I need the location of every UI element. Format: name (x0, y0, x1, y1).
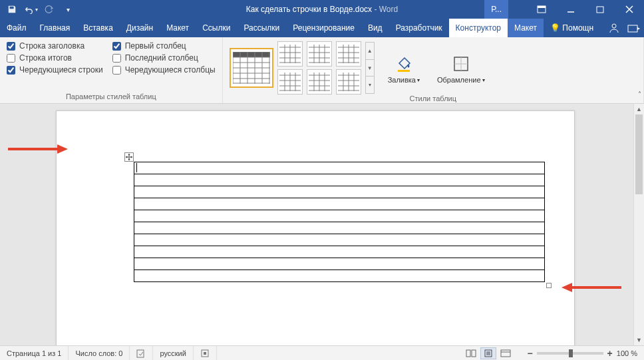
table-row[interactable] (134, 210, 545, 222)
tab-table-layout[interactable]: Макет (508, 19, 544, 37)
table-cell[interactable] (134, 258, 545, 270)
account-icon[interactable] (604, 19, 624, 37)
ribbon-display-options[interactable] (527, 0, 556, 19)
gallery-more-icon[interactable]: ▾ (366, 77, 374, 93)
redo-button[interactable] (41, 1, 57, 17)
table-style-1[interactable] (230, 48, 273, 88)
group-table-style-options: Строка заголовка Строка итогов Чередующи… (0, 37, 223, 103)
table-row[interactable] (134, 162, 545, 174)
table-row[interactable] (134, 222, 545, 234)
undo-button[interactable]: ▾ (23, 1, 39, 17)
tab-references[interactable]: Ссылки (196, 19, 237, 37)
table-resize-handle[interactable] (546, 283, 552, 288)
chk-first-col[interactable]: Первый столбец (112, 41, 216, 51)
table-cell[interactable] (134, 246, 545, 258)
group-styles-label: Стили таблиц (230, 94, 637, 104)
page[interactable] (56, 110, 575, 345)
shading-button[interactable]: Заливка▾ (384, 52, 424, 84)
table-row[interactable] (134, 258, 545, 270)
table-style-5[interactable] (277, 69, 303, 94)
table-row[interactable] (134, 246, 545, 258)
table-cell[interactable] (134, 174, 545, 186)
table-style-3[interactable] (307, 41, 332, 67)
table-row[interactable] (134, 198, 545, 210)
qat-customize[interactable]: ▾ (60, 1, 76, 17)
svg-rect-64 (398, 70, 410, 72)
tab-layout[interactable]: Макет (160, 19, 196, 37)
table-style-2[interactable] (277, 41, 303, 67)
view-print-layout[interactable] (480, 347, 496, 359)
tab-table-design[interactable]: Конструктор (449, 19, 508, 37)
tab-home[interactable]: Главная (33, 19, 77, 37)
status-macro[interactable] (194, 346, 217, 361)
chk-header-row[interactable]: Строка заголовка (7, 41, 103, 51)
maximize-button[interactable] (585, 0, 615, 19)
zoom-level[interactable]: 100 % (617, 349, 637, 357)
scroll-up-icon[interactable]: ▲ (634, 104, 644, 114)
table-cell[interactable] (134, 198, 545, 210)
tell-me[interactable]: 💡 Помощн (544, 19, 600, 37)
gallery-up-icon[interactable]: ▲ (366, 43, 374, 60)
svg-rect-74 (204, 352, 206, 355)
gallery-down-icon[interactable]: ▼ (366, 60, 374, 77)
table-cell[interactable] (134, 186, 545, 198)
svg-rect-81 (501, 350, 510, 357)
tab-developer[interactable]: Разработчик (389, 19, 449, 37)
borders-button[interactable]: Обрамление▾ (433, 52, 489, 84)
share-button[interactable] (624, 19, 644, 37)
table-row[interactable] (134, 186, 545, 198)
tab-file[interactable]: Файл (0, 19, 33, 37)
view-web-layout[interactable] (498, 347, 514, 359)
table-cell[interactable] (134, 222, 545, 234)
borders-icon (452, 55, 470, 73)
scroll-down-icon[interactable]: ▼ (634, 335, 644, 345)
ribbon: Строка заголовка Строка итогов Чередующи… (0, 37, 644, 104)
zoom-slider-thumb[interactable] (569, 349, 573, 357)
table-cell[interactable] (134, 234, 545, 246)
title-right: Р... (484, 0, 644, 19)
document-table[interactable] (134, 162, 545, 282)
table-row[interactable] (134, 174, 545, 186)
status-page[interactable]: Страница 1 из 1 (0, 346, 69, 361)
chk-last-col[interactable]: Последний столбец (112, 53, 216, 63)
table-row[interactable] (134, 270, 545, 282)
contextual-tab-label: Р... (484, 0, 508, 19)
table-cell[interactable] (134, 162, 545, 174)
view-read-mode[interactable] (463, 347, 479, 359)
tab-review[interactable]: Рецензирование (286, 19, 361, 37)
chk-banded-rows[interactable]: Чередующиеся строки (7, 65, 103, 75)
table-cell[interactable] (134, 210, 545, 222)
table-move-handle[interactable] (124, 152, 134, 162)
zoom-slider[interactable] (537, 352, 603, 355)
tab-view[interactable]: Вид (361, 19, 389, 37)
tab-insert[interactable]: Вставка (77, 19, 120, 37)
vertical-scrollbar[interactable]: ▲ ▼ (633, 104, 644, 345)
chk-total-row[interactable]: Строка итогов (7, 53, 103, 63)
table-cell[interactable] (134, 270, 545, 282)
status-proofing[interactable] (130, 346, 153, 361)
chk-first-col-label: Первый столбец (125, 41, 186, 51)
table-style-6[interactable] (307, 69, 332, 94)
save-button[interactable] (4, 1, 20, 17)
chk-banded-cols[interactable]: Чередующиеся столбцы (112, 65, 216, 75)
zoom-out-button[interactable]: − (527, 348, 532, 359)
chk-header-row-label: Строка заголовка (19, 41, 84, 51)
tab-design[interactable]: Дизайн (120, 19, 160, 37)
table-style-4[interactable] (336, 41, 361, 67)
ribbon-tabs: Файл Главная Вставка Дизайн Макет Ссылки… (0, 19, 644, 37)
tab-mailings[interactable]: Рассылки (237, 19, 286, 37)
table-styles-gallery[interactable]: ▲ ▼ ▾ (230, 41, 375, 94)
minimize-button[interactable] (556, 0, 585, 19)
close-button[interactable] (615, 0, 644, 19)
tell-me-label: Помощн (562, 23, 593, 33)
status-word-count[interactable]: Число слов: 0 (69, 346, 130, 361)
table-style-7[interactable] (336, 69, 361, 94)
zoom-in-button[interactable]: + (607, 348, 613, 359)
borders-label: Обрамление (437, 76, 481, 84)
shading-label: Заливка (388, 76, 416, 84)
table-row[interactable] (134, 234, 545, 246)
status-language[interactable]: русский (153, 346, 193, 361)
collapse-ribbon-icon[interactable]: ˄ (638, 90, 641, 98)
scroll-thumb[interactable] (635, 114, 643, 194)
gallery-scroll[interactable]: ▲ ▼ ▾ (365, 42, 375, 94)
